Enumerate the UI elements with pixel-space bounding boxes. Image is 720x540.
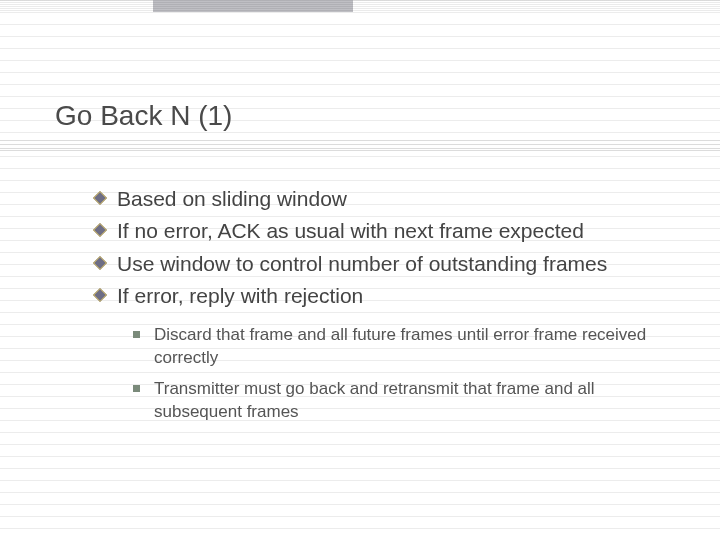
content-area: Based on sliding window If no error, ACK…: [95, 185, 685, 432]
top-accent-bar: [153, 0, 353, 12]
diamond-bullet-icon: [93, 288, 107, 302]
sub-bullet-text: Discard that frame and all future frames…: [154, 324, 685, 370]
sub-bullet-item: Discard that frame and all future frames…: [133, 324, 685, 370]
sub-bullet-list: Discard that frame and all future frames…: [133, 324, 685, 424]
bullet-item: If error, reply with rejection: [95, 282, 685, 310]
sub-bullet-item: Transmitter must go back and retransmit …: [133, 378, 685, 424]
diamond-bullet-icon: [93, 191, 107, 205]
bullet-item: Use window to control number of outstand…: [95, 250, 685, 278]
diamond-bullet-icon: [93, 223, 107, 237]
bullet-text: If error, reply with rejection: [117, 282, 363, 310]
bullet-item: Based on sliding window: [95, 185, 685, 213]
bullet-text: If no error, ACK as usual with next fram…: [117, 217, 584, 245]
square-bullet-icon: [133, 385, 140, 392]
sub-bullet-text: Transmitter must go back and retransmit …: [154, 378, 685, 424]
bullet-text: Based on sliding window: [117, 185, 347, 213]
square-bullet-icon: [133, 331, 140, 338]
bullet-item: If no error, ACK as usual with next fram…: [95, 217, 685, 245]
bullet-text: Use window to control number of outstand…: [117, 250, 607, 278]
diamond-bullet-icon: [93, 256, 107, 270]
slide: Go Back N (1) Based on sliding window If…: [0, 0, 720, 540]
slide-title: Go Back N (1): [55, 100, 232, 132]
top-ruled-strip: [0, 0, 720, 12]
